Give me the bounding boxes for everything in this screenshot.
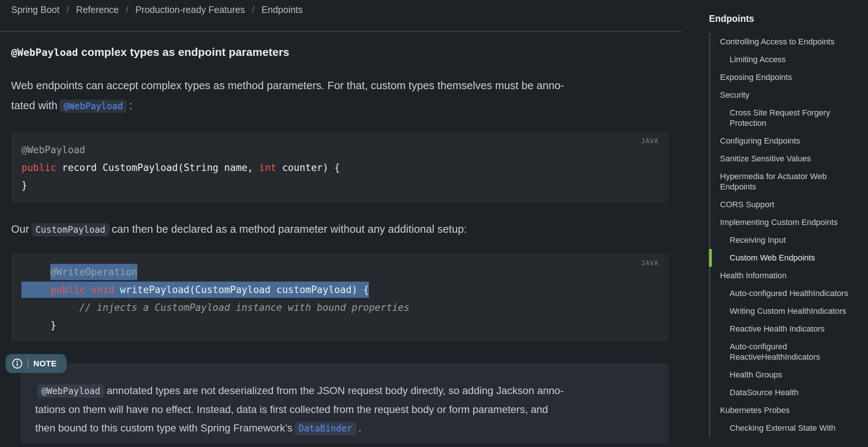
custompayload-inline-code: CustomPayload <box>31 223 110 236</box>
toc-item[interactable]: Health Information <box>710 267 868 285</box>
breadcrumb-item[interactable]: Reference <box>76 4 119 15</box>
toc-item[interactable]: Reactive Health Indicators <box>710 320 868 338</box>
note-label: NOTE <box>33 359 57 369</box>
code-token: writePayload(CustomPayload customPayload… <box>114 282 369 298</box>
note-line: tations on them will have no effect. Ins… <box>35 404 548 415</box>
toc-item[interactable]: Health Groups <box>710 366 868 384</box>
paragraph-line: can then be declared as a method paramet… <box>112 223 467 235</box>
paragraph-declare: OurCustomPayloadcan then be declared as … <box>11 219 669 240</box>
code-token: @WriteOperation <box>50 264 137 280</box>
note-text: @WebPayloadannotated types are not deser… <box>35 382 654 438</box>
toc-item-active[interactable]: Custom Web Endpoints <box>710 249 868 267</box>
code-token <box>21 282 50 298</box>
toc-item[interactable]: Cross Site Request Forgery Protection <box>710 104 868 132</box>
paragraph-line: tated with <box>11 100 57 111</box>
toc-item[interactable]: Kubernetes Probes <box>710 401 868 419</box>
toc-item[interactable]: Implementing Custom Endpoints <box>710 214 868 231</box>
toc-item-label: Hypermedia for Actuator Web Endpoints <box>720 172 827 191</box>
page-title-text: complex types as endpoint parameters <box>78 46 289 58</box>
code-token: int <box>259 162 276 173</box>
badge-divider <box>28 359 28 369</box>
toc-item-label: Auto-configured HealthIndicators <box>730 289 848 298</box>
toc-item-label: Health Groups <box>730 370 782 379</box>
paragraph-line: Web endpoints can accept complex types a… <box>11 80 564 91</box>
toc-item-label: Auto-configured ReactiveHealthIndicators <box>730 342 820 362</box>
toc-item[interactable]: Auto-configured HealthIndicators <box>710 285 868 302</box>
toc-item[interactable]: CORS Support <box>710 196 868 214</box>
toc-item-label: DataSource Health <box>730 388 798 397</box>
toc-item-label: Controlling Access to Endpoints <box>720 37 834 46</box>
toc-item[interactable]: Receiving Input <box>710 231 868 249</box>
note-badge: NOTE <box>6 354 67 373</box>
toc-item-label: Checking External State With <box>730 423 835 433</box>
toc-item[interactable]: DataSource Health <box>710 384 868 401</box>
breadcrumb: Spring Boot/Reference/Production-ready F… <box>11 2 303 17</box>
toc-list: Controlling Access to EndpointsLimiting … <box>709 33 868 437</box>
note-line: annotated types are not deserialized fro… <box>107 385 563 396</box>
toc-item-label: Sanitize Sensitive Values <box>720 154 811 163</box>
code-token: record CustomPayload(String name, <box>56 162 259 173</box>
code-token: } <box>21 320 56 331</box>
toc-item-label: Health Information <box>720 271 787 280</box>
code-token: counter) { <box>276 162 340 173</box>
paragraph-line: Our <box>11 223 29 235</box>
toc-item-label: CORS Support <box>720 200 774 209</box>
toc-item[interactable]: Auto-configured ReactiveHealthIndicators <box>710 338 868 366</box>
breadcrumb-separator: / <box>67 4 69 15</box>
code-block-write-operation: JAVA @WriteOperation public void writePa… <box>11 254 669 342</box>
toc-heading: Endpoints <box>709 13 868 24</box>
toc-item[interactable]: Configuring Endpoints <box>710 132 868 150</box>
databinder-inline-link[interactable]: DataBinder <box>295 422 356 435</box>
toc-item-label: Kubernetes Probes <box>720 406 790 415</box>
toc-sidebar: Endpoints Controlling Access to Endpoint… <box>709 0 868 437</box>
paragraph-intro: Web endpoints can accept complex types a… <box>11 75 669 116</box>
webpayload-inline-link[interactable]: @WebPayload <box>60 100 127 113</box>
toc-item[interactable]: Exposing Endpoints <box>710 68 868 86</box>
code-block-custom-payload: JAVA @WebPayload public record CustomPay… <box>11 132 669 202</box>
code-token: public <box>21 162 56 173</box>
code-token <box>21 266 50 278</box>
inline-code-webpayload: @WebPayload <box>37 384 104 398</box>
info-icon <box>11 358 23 369</box>
toc-item-label: Security <box>720 90 749 100</box>
breadcrumb-separator: / <box>252 4 255 15</box>
page-title: @WebPayload complex types as endpoint pa… <box>11 46 669 58</box>
toc-item-label: Implementing Custom Endpoints <box>720 218 838 227</box>
toc-item[interactable]: Security <box>710 86 868 104</box>
toc-item[interactable]: Controlling Access to Endpoints <box>710 33 868 51</box>
code-language-label: JAVA <box>641 137 659 145</box>
page-title-code: @WebPayload <box>11 47 78 58</box>
active-item-marker <box>709 249 712 267</box>
code-content-write-operation[interactable]: @WriteOperation public void writePayload… <box>21 263 658 334</box>
article: @WebPayload complex types as endpoint pa… <box>11 31 669 443</box>
code-token: @WebPayload <box>21 144 85 155</box>
toc-item[interactable]: Sanitize Sensitive Values <box>710 150 868 168</box>
toc-item-label: Writing Custom HealthIndicators <box>730 306 846 316</box>
toc-item[interactable]: Hypermedia for Actuator Web Endpoints <box>710 168 868 196</box>
toc-item-label: Reactive Health Indicators <box>730 324 825 333</box>
note-line: then bound to this custom type with Spri… <box>35 422 292 434</box>
toc-item-label: Limiting Access <box>730 55 786 64</box>
code-token: public void <box>50 282 114 298</box>
code-language-label: JAVA <box>641 259 659 267</box>
toc-item-label: Configuring Endpoints <box>720 136 800 145</box>
note-line: . <box>359 422 361 434</box>
paragraph-line: : <box>129 100 132 111</box>
toc-item-label: Cross Site Request Forgery Protection <box>730 108 830 128</box>
breadcrumb-separator: / <box>126 4 128 15</box>
toc-item-label: Receiving Input <box>730 235 786 245</box>
breadcrumb-item[interactable]: Production-ready Features <box>135 4 245 15</box>
toc-item[interactable]: Writing Custom HealthIndicators <box>710 302 868 320</box>
code-content-custom-payload[interactable]: @WebPayload public record CustomPayload(… <box>21 141 658 194</box>
toc-item[interactable]: Limiting Access <box>710 51 868 68</box>
toc-item-label: Custom Web Endpoints <box>730 253 815 262</box>
code-token: } <box>21 180 27 191</box>
code-token: // injects a CustomPayload instance with… <box>80 302 410 313</box>
toc-item-label: Exposing Endpoints <box>720 73 792 82</box>
breadcrumb-item[interactable]: Spring Boot <box>11 4 60 15</box>
note-admonition: NOTE @WebPayloadannotated types are not … <box>20 363 669 443</box>
code-token <box>21 302 80 313</box>
breadcrumb-item[interactable]: Endpoints <box>262 4 303 15</box>
toc-item[interactable]: Checking External State With <box>710 419 868 437</box>
